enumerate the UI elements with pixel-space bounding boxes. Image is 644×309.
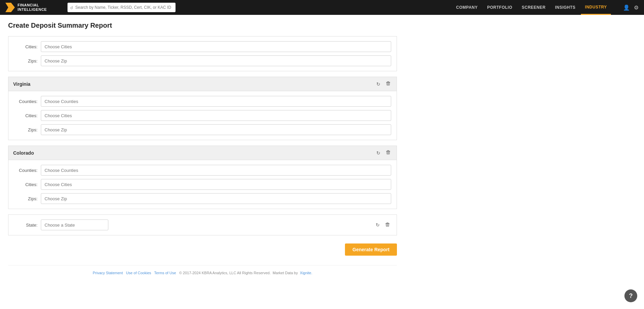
virginia-section-header: Virginia ↻ [8,77,397,91]
virginia-refresh-button[interactable]: ↻ [375,81,382,87]
colorado-counties-input[interactable] [41,165,391,176]
footer-copyright: © 2017-2024 KBRA Analytics, LLC All Righ… [179,271,271,275]
svg-rect-11 [386,223,388,223]
colorado-delete-button[interactable] [384,149,392,156]
footer: Privacy Statement Use of Cookies Terms o… [8,265,397,278]
nav-links: COMPANY PORTFOLIO SCREENER INSIGHTS INDU… [452,0,611,15]
settings-icon[interactable]: ⚙ [634,4,639,11]
colorado-counties-row: Counties: [14,165,391,176]
generate-report-button[interactable]: Generate Report [345,243,397,256]
virginia-zips-row: Zips: [14,124,391,135]
nav-link-industry[interactable]: INDUSTRY [581,0,611,15]
svg-rect-1 [387,81,389,82]
add-state-row: State: ↻ [14,220,391,230]
navbar: FINANCIAL INTELLIGENCE ☌ COMPANY PORTFOL… [0,0,644,15]
colorado-cities-input[interactable] [41,179,391,190]
colorado-section-header: Colorado ↻ [8,146,397,160]
help-button[interactable]: ? [624,289,637,302]
add-state-delete-button[interactable] [384,222,391,229]
add-state-refresh-button[interactable]: ↻ [374,222,381,228]
user-icon[interactable]: 👤 [623,4,630,11]
footer-market-data: Market Data by [273,271,298,275]
search-input[interactable] [75,5,173,10]
add-state-body: State: ↻ [8,215,397,235]
footer-privacy-link[interactable]: Privacy Statement [93,271,123,275]
partial-section-body: Cities: Zips: [8,36,397,71]
generate-wrap: Generate Report [8,241,397,258]
footer-cookies-link[interactable]: Use of Cookies [126,271,151,275]
footer-xignite-link[interactable]: Xignite. [300,271,313,275]
nav-link-company[interactable]: COMPANY [452,0,482,15]
colorado-zips-row: Zips: [14,193,391,204]
virginia-counties-input[interactable] [41,96,391,107]
logo: FINANCIAL INTELLIGENCE [5,3,59,12]
state-input[interactable] [41,220,108,230]
nav-icon-group: 👤 ⚙ [623,4,639,11]
virginia-cities-input[interactable] [41,110,391,121]
colorado-section-card: Colorado ↻ Counties: Cities: Zips: [8,146,397,209]
virginia-counties-row: Counties: [14,96,391,107]
partial-section-card: Cities: Zips: [8,36,397,71]
colorado-section-actions: ↻ [375,149,392,156]
nav-link-insights[interactable]: INSIGHTS [551,0,580,15]
colorado-cities-label: Cities: [14,182,37,187]
colorado-section-title: Colorado [13,150,34,156]
partial-zips-row: Zips: [14,55,391,66]
colorado-refresh-button[interactable]: ↻ [375,150,382,156]
svg-rect-6 [387,150,389,151]
partial-zips-label: Zips: [14,58,37,63]
partial-cities-row: Cities: [14,41,391,52]
footer-terms-link[interactable]: Terms of Use [154,271,176,275]
page-title: Create Deposit Summary Report [8,22,397,29]
partial-cities-input[interactable] [41,41,391,52]
search-icon: ☌ [70,5,73,10]
add-state-card: State: ↻ [8,214,397,235]
virginia-cities-label: Cities: [14,113,37,118]
colorado-section-body: Counties: Cities: Zips: [8,160,397,209]
virginia-zips-input[interactable] [41,124,391,135]
nav-link-portfolio[interactable]: PORTFOLIO [483,0,516,15]
virginia-counties-label: Counties: [14,99,37,104]
page-container: Create Deposit Summary Report Cities: Zi… [0,15,405,299]
virginia-section-body: Counties: Cities: Zips: [8,91,397,140]
colorado-cities-row: Cities: [14,179,391,190]
virginia-section-title: Virginia [13,81,30,87]
virginia-cities-row: Cities: [14,110,391,121]
logo-icon [5,3,15,12]
colorado-zips-label: Zips: [14,196,37,201]
virginia-delete-button[interactable] [384,80,392,87]
colorado-counties-label: Counties: [14,168,37,173]
partial-zips-input[interactable] [41,55,391,66]
state-label: State: [14,223,37,228]
nav-link-screener[interactable]: SCREENER [518,0,550,15]
virginia-section-actions: ↻ [375,80,392,87]
colorado-zips-input[interactable] [41,193,391,204]
virginia-zips-label: Zips: [14,127,37,132]
logo-text: FINANCIAL INTELLIGENCE [18,3,47,12]
partial-cities-label: Cities: [14,44,37,49]
virginia-section-card: Virginia ↻ Counties: Cities: Zips: [8,77,397,140]
search-bar[interactable]: ☌ [68,3,176,12]
